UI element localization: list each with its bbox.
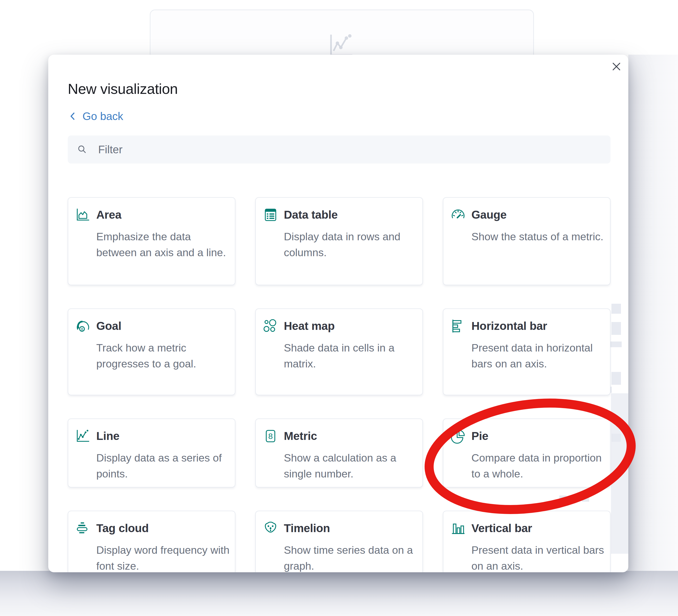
timelion-icon — [263, 521, 278, 536]
card-title: Goal — [96, 319, 121, 333]
gauge-icon — [451, 207, 466, 223]
svg-text:8: 8 — [81, 327, 83, 332]
card-title: Metric — [284, 429, 317, 442]
filter-input[interactable] — [68, 136, 610, 163]
card-timelion[interactable]: Timelion Show time series data on a grap… — [255, 511, 423, 572]
card-description: Emphasize the data between an axis and a… — [96, 229, 233, 261]
page-shadow-bottom — [0, 571, 678, 616]
watermark-block — [611, 304, 621, 314]
vertical-bar-icon — [451, 521, 466, 536]
card-title: Pie — [472, 429, 488, 442]
card-heat-map[interactable]: Heat map Shade data in cells in a matrix… — [255, 308, 423, 395]
card-title: Vertical bar — [472, 522, 532, 535]
close-button[interactable] — [609, 60, 624, 74]
heat-map-icon — [263, 318, 278, 334]
watermark-block — [611, 372, 621, 385]
chevron-left-icon — [68, 112, 76, 121]
area-chart-icon — [75, 207, 90, 223]
data-table-icon — [263, 207, 278, 223]
card-description: Display word frequency with font size. — [96, 542, 233, 572]
tag-cloud-icon — [75, 521, 90, 536]
card-horizontal-bar[interactable]: Horizontal bar Present data in horizonta… — [443, 308, 610, 395]
card-pie[interactable]: Pie Compare data in proportion to a whol… — [443, 419, 610, 488]
new-visualization-modal: New visualization Go back Area Emphasize… — [48, 55, 628, 572]
modal-title: New visualization — [68, 81, 178, 97]
go-back-link[interactable]: Go back — [68, 110, 123, 123]
card-description: Present data in vertical bars on an axis… — [472, 542, 608, 572]
line-chart-icon — [75, 428, 90, 444]
card-title: Line — [96, 429, 119, 442]
card-title: Timelion — [284, 522, 330, 535]
card-title: Horizontal bar — [472, 319, 547, 333]
metric-icon: 8 — [263, 428, 278, 444]
card-data-table[interactable]: Data table Display data in rows and colu… — [255, 197, 423, 285]
filter-field — [68, 136, 610, 163]
card-title: Tag cloud — [96, 522, 149, 535]
go-back-label: Go back — [82, 110, 123, 123]
card-area[interactable]: Area Emphasize the data between an axis … — [68, 197, 235, 285]
page-shadow-right — [628, 55, 678, 572]
horizontal-bar-icon — [451, 318, 466, 334]
visualization-type-grid: Area Emphasize the data between an axis … — [68, 197, 610, 572]
watermark-block — [611, 322, 621, 335]
watermark-block — [611, 511, 628, 554]
card-title: Gauge — [472, 208, 506, 221]
card-title: Data table — [284, 208, 338, 221]
card-vertical-bar[interactable]: Vertical bar Present data in vertical ba… — [443, 511, 610, 572]
card-title: Area — [96, 208, 121, 221]
card-goal[interactable]: 8 Goal Track how a metric progresses to … — [68, 308, 235, 395]
card-title: Heat map — [284, 319, 335, 333]
watermark-block — [611, 434, 621, 442]
card-metric[interactable]: 8 Metric Show a calculation as a single … — [255, 419, 423, 488]
card-description: Show a calculation as a single number. — [284, 450, 420, 482]
card-line[interactable]: Line Display data as a series of points. — [68, 419, 235, 488]
card-tag-cloud[interactable]: Tag cloud Display word frequency with fo… — [68, 511, 235, 572]
card-gauge[interactable]: Gauge Show the status of a metric. — [443, 197, 610, 285]
card-description: Shade data in cells in a matrix. — [284, 340, 420, 372]
card-description: Show time series data on a graph. — [284, 542, 420, 572]
pie-chart-icon — [451, 428, 466, 444]
card-description: Display data as a series of points. — [96, 450, 233, 482]
card-description: Track how a metric progresses to a goal. — [96, 340, 233, 372]
card-description: Show the status of a metric. — [472, 229, 608, 244]
svg-text:8: 8 — [268, 432, 273, 440]
card-description: Display data in rows and columns. — [284, 229, 420, 261]
card-description: Compare data in proportion to a whole. — [472, 450, 608, 482]
card-description: Present data in horizontal bars on an ax… — [472, 340, 608, 372]
goal-icon: 8 — [75, 318, 90, 334]
close-icon — [611, 61, 622, 72]
